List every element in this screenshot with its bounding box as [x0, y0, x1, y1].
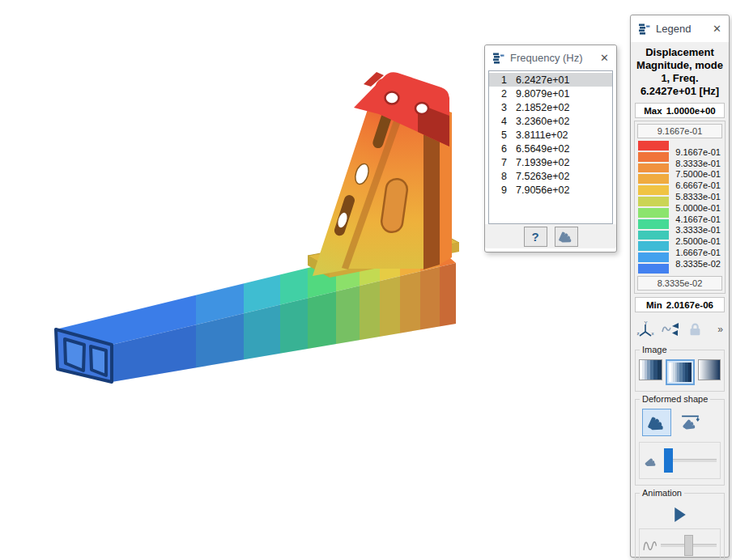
deformed-shape-group: Deformed shape: [635, 399, 725, 486]
svg-text:x: x: [652, 331, 654, 336]
help-button[interactable]: ?: [524, 227, 547, 247]
color-swatch: [638, 174, 669, 184]
color-scale: 9.1667e-01 8.3333e-01 7.5000e-01 6.6667e…: [637, 141, 722, 274]
close-icon[interactable]: ✕: [599, 52, 610, 64]
color-swatch: [638, 264, 669, 274]
color-swatch: [638, 152, 669, 162]
legend-panel-header[interactable]: Legend ✕: [631, 15, 729, 42]
svg-text:z: z: [637, 331, 640, 336]
lower-bound-box[interactable]: 8.3335e-02: [637, 276, 722, 291]
upper-bound-box[interactable]: 9.1667e-01: [637, 124, 722, 138]
legend-panel: Legend ✕ Displacement Magnitude, mode 1,…: [630, 15, 730, 558]
min-value-box[interactable]: Min 2.0167e-06: [635, 297, 725, 312]
frequency-panel-footer: ?: [485, 224, 616, 248]
image-style-smooth-bands-button[interactable]: [666, 359, 695, 385]
list-item-mode-3[interactable]: 3 2.1852e+02: [489, 100, 612, 114]
image-style-gradient-button[interactable]: [698, 359, 721, 380]
svg-text:Y: Y: [645, 320, 648, 325]
probe-curve-button[interactable]: [662, 321, 679, 337]
color-swatch: [638, 185, 669, 195]
axes-triad-icon: Yxz: [636, 320, 654, 338]
color-swatch: [638, 241, 669, 251]
deformation-scale-slider[interactable]: [664, 448, 717, 473]
axes-triad-button[interactable]: Yxz: [636, 320, 654, 338]
color-scale-group: 9.1667e-01: [634, 121, 726, 294]
list-item-mode-6[interactable]: 6 6.5649e+02: [489, 142, 612, 155]
close-icon[interactable]: ✕: [712, 23, 722, 35]
animation-group: Animation: [635, 493, 725, 560]
undeformed-overlay-button[interactable]: [676, 409, 705, 436]
application-window: Frequency (Hz) ✕ 1 6.2427e+01 2 9.8079e+…: [0, 0, 732, 560]
slider-handle[interactable]: [664, 448, 673, 473]
mode-stack-icon: [492, 52, 504, 65]
frequency-panel: Frequency (Hz) ✕ 1 6.2427e+01 2 9.8079e+…: [484, 45, 617, 252]
model-bracket: [308, 72, 459, 278]
list-item-mode-1[interactable]: 1 6.2427e+01: [489, 73, 612, 87]
deformed-beam-icon: [648, 414, 666, 431]
scale-labels: 9.1667e-01 8.3333e-01 7.5000e-01 6.6667e…: [675, 146, 721, 269]
color-swatch: [638, 163, 669, 173]
slider-handle[interactable]: [684, 535, 693, 556]
frequency-mode-list[interactable]: 1 6.2427e+01 2 9.8079e+01 3 2.1852e+02 4…: [488, 70, 613, 224]
model-mount-hole: [415, 103, 428, 114]
probe-curve-icon: [662, 321, 679, 337]
viewport-3d-model[interactable]: [0, 0, 732, 560]
deformed-view-button[interactable]: [642, 409, 671, 436]
sine-wave-icon: [643, 538, 658, 553]
result-title: Displacement Magnitude, mode 1, Freq. 6.…: [634, 46, 726, 98]
legend-toolbar: Yxz »: [634, 315, 726, 342]
color-swatch: [638, 208, 669, 218]
list-item-mode-5[interactable]: 5 3.8111e+02: [489, 128, 612, 142]
color-swatch: [638, 231, 669, 240]
deformation-scale-box: [639, 442, 721, 479]
color-swatches: [638, 141, 669, 274]
deformed-beam-icon: [559, 229, 573, 244]
list-item-mode-2[interactable]: 2 9.8079e+01: [489, 87, 612, 100]
deformed-beam-icon: [643, 453, 659, 468]
frequency-panel-title: Frequency (Hz): [510, 52, 599, 64]
play-icon[interactable]: [674, 507, 687, 522]
model-mount-hole: [385, 92, 399, 104]
lock-button[interactable]: [687, 321, 703, 337]
max-value-box[interactable]: Max 1.0000e+00: [635, 103, 725, 118]
list-item-mode-7[interactable]: 7 7.1939e+02: [489, 155, 612, 169]
image-style-banded-button[interactable]: [639, 359, 662, 380]
color-swatch: [638, 141, 669, 151]
image-group: Image: [635, 350, 725, 392]
list-item-mode-9[interactable]: 9 7.9056e+02: [489, 183, 612, 197]
more-options-chevron[interactable]: »: [717, 324, 723, 335]
mode-stack-icon: [637, 23, 650, 36]
lock-icon: [687, 321, 703, 337]
list-item-mode-4[interactable]: 4 3.2360e+02: [489, 114, 612, 128]
deformed-shape-button[interactable]: [555, 227, 578, 247]
list-item-mode-8[interactable]: 8 7.5263e+02: [489, 169, 612, 183]
animation-settings-box: [639, 528, 721, 560]
legend-panel-title: Legend: [656, 23, 712, 35]
frequency-panel-header[interactable]: Frequency (Hz) ✕: [485, 45, 616, 70]
color-swatch: [638, 219, 669, 229]
animation-frames-slider[interactable]: [661, 533, 717, 558]
color-swatch: [638, 197, 669, 206]
color-swatch: [638, 252, 669, 262]
deformed-with-reference-icon: [681, 414, 700, 431]
